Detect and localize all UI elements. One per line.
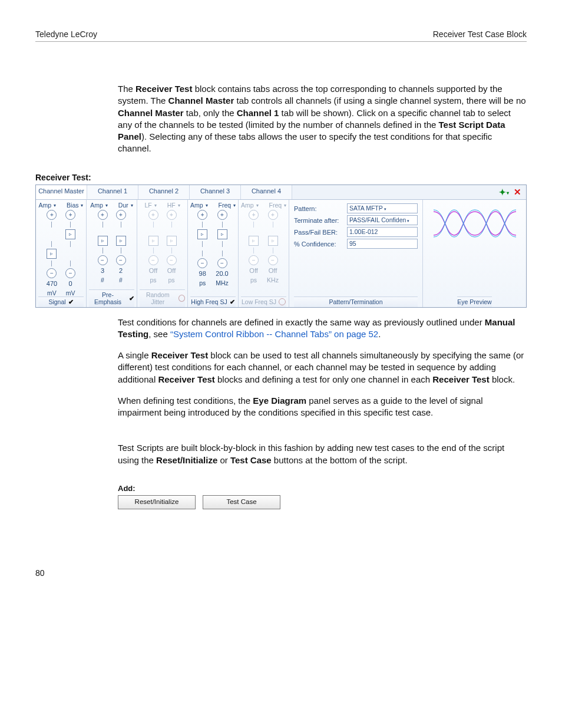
- increment-button[interactable]: +: [197, 210, 207, 220]
- tab-channel-master[interactable]: Channel Master: [36, 185, 87, 199]
- receiver-test-label: Receiver Test:: [35, 173, 527, 182]
- value-text: 470: [47, 280, 57, 288]
- check-icon: ✔: [68, 298, 74, 305]
- unit-text: KHz: [267, 276, 279, 284]
- link-channel-tabs[interactable]: “System Control Ribbon -- Channel Tabs” …: [170, 329, 378, 339]
- group-footer[interactable]: Eye Preview: [457, 297, 491, 307]
- decrement-button[interactable]: −: [197, 258, 207, 268]
- add-block: Add: Reset/Initialize Test Case: [118, 484, 527, 509]
- column-header[interactable]: Freq ▾: [269, 202, 287, 209]
- para-eye-diagram: When defining test conditions, the Eye D…: [118, 395, 527, 419]
- group-footer[interactable]: Pre-Emphasis✔: [89, 289, 134, 307]
- text-bold: Channel Master: [168, 95, 234, 106]
- text-bold: Receiver Test: [432, 374, 489, 384]
- group-footer[interactable]: Random Jitter: [140, 289, 185, 307]
- group-highfreqsj: Amp ▾Freq ▾+▹−98ps+▹−20.0MHzHigh Freq SJ…: [188, 200, 239, 307]
- para-all-channels: A single Receiver Test block can be used…: [118, 350, 527, 386]
- value-pattern[interactable]: SATA MFTP▾: [347, 203, 418, 213]
- increment-button[interactable]: +: [65, 210, 75, 220]
- unit-text: ps: [250, 276, 257, 284]
- step-button[interactable]: ▹: [47, 249, 57, 259]
- increment-button[interactable]: +: [98, 210, 108, 220]
- para-manual-testing: Test conditions for channels are defined…: [118, 317, 527, 341]
- parameter-groups: Amp ▾Bias ▾+▹−470mV+▹−0mVSignal✔Amp ▾Dur…: [36, 200, 526, 307]
- unit-text: #: [101, 276, 104, 284]
- text-bold: Test Script Data Panel: [118, 120, 505, 141]
- column-header[interactable]: Dur ▾: [118, 202, 133, 209]
- column-header[interactable]: LF ▾: [144, 202, 156, 209]
- value-ber[interactable]: 1.00E-012: [347, 227, 418, 237]
- unit-text: mV: [47, 289, 57, 297]
- step-button[interactable]: ▹: [98, 236, 108, 246]
- check-icon: ✔: [129, 295, 134, 302]
- ring-icon: [279, 298, 286, 305]
- decrement-button[interactable]: −: [47, 268, 57, 278]
- test-case-button[interactable]: Test Case: [203, 495, 280, 509]
- step-button[interactable]: ▹: [268, 236, 278, 246]
- increment-button[interactable]: +: [116, 210, 126, 220]
- group-eye-preview: Eye Preview: [423, 200, 526, 307]
- value-text: Off: [149, 267, 157, 275]
- step-button[interactable]: ▹: [148, 236, 158, 246]
- chevron-down-icon: ▾: [406, 219, 409, 223]
- decrement-button[interactable]: −: [98, 255, 108, 265]
- decrement-button[interactable]: −: [167, 255, 177, 265]
- column-header[interactable]: Amp ▾: [241, 202, 259, 209]
- step-button[interactable]: ▹: [197, 229, 207, 239]
- unit-text: MHz: [216, 279, 229, 286]
- channel-tabs: Channel Master Channel 1 Channel 2 Chann…: [36, 185, 526, 200]
- value-confidence[interactable]: 95: [347, 239, 418, 249]
- column-header[interactable]: Amp ▾: [39, 202, 57, 209]
- decrement-button[interactable]: −: [65, 268, 75, 278]
- tab-channel-2[interactable]: Channel 2: [138, 185, 190, 199]
- column-header[interactable]: Bias ▾: [67, 202, 83, 209]
- group-footer[interactable]: High Freq SJ✔: [190, 297, 236, 307]
- group-footer[interactable]: Low Freq SJ: [241, 297, 286, 307]
- tab-channel-4[interactable]: Channel 4: [241, 185, 292, 199]
- group-lowfreqsj: Amp ▾Freq ▾+▹−Offps+▹−OffKHzLow Freq SJ: [239, 200, 289, 307]
- chevron-down-icon: ▾: [383, 207, 386, 211]
- add-label: Add:: [118, 484, 527, 493]
- page-number: 80: [35, 568, 527, 578]
- text-bold: Reset/Initialize: [156, 455, 217, 465]
- step-button[interactable]: ▹: [249, 236, 259, 246]
- increment-button[interactable]: +: [268, 210, 278, 220]
- increment-button[interactable]: +: [249, 210, 259, 220]
- column-header[interactable]: Amp ▾: [90, 202, 108, 209]
- group-randomjitter: LF ▾HF ▾+▹−Offps+▹−OffpsRandom Jitter: [137, 200, 188, 307]
- column-header[interactable]: Freq ▾: [219, 202, 236, 209]
- step-button[interactable]: ▹: [167, 236, 177, 246]
- group-footer[interactable]: Signal✔: [38, 297, 84, 307]
- step-button[interactable]: ▹: [116, 236, 126, 246]
- group-signal: Amp ▾Bias ▾+▹−470mV+▹−0mVSignal✔: [36, 200, 87, 307]
- tab-channel-1[interactable]: Channel 1: [87, 185, 138, 199]
- column-header[interactable]: Amp ▾: [190, 202, 208, 209]
- group-footer[interactable]: Pattern/Termination: [294, 297, 418, 307]
- increment-button[interactable]: +: [167, 210, 177, 220]
- step-button[interactable]: ▹: [65, 229, 75, 239]
- close-icon[interactable]: ✕: [514, 187, 521, 197]
- value-text: 2: [119, 267, 123, 275]
- unit-text: mV: [66, 289, 75, 297]
- tab-channel-3[interactable]: Channel 3: [190, 185, 241, 199]
- decrement-button[interactable]: −: [249, 255, 259, 265]
- para-test-scripts: Test Scripts are built block-by-block in…: [118, 442, 527, 466]
- value-text: Off: [269, 267, 277, 275]
- value-terminate[interactable]: PASS/FAIL Confiden▾: [347, 215, 418, 225]
- value-text: Off: [167, 267, 176, 275]
- value-text: 98: [199, 270, 206, 278]
- decrement-button[interactable]: −: [116, 255, 126, 265]
- reset-initialize-button[interactable]: Reset/Initialize: [118, 495, 196, 509]
- increment-button[interactable]: +: [148, 210, 158, 220]
- column-header[interactable]: HF ▾: [167, 202, 180, 209]
- increment-button[interactable]: +: [217, 210, 227, 220]
- decrement-button[interactable]: −: [217, 258, 227, 268]
- signal-icon[interactable]: ✦▾: [499, 187, 509, 197]
- increment-button[interactable]: +: [47, 210, 57, 220]
- label-terminate: Terminate after:: [294, 217, 345, 224]
- decrement-button[interactable]: −: [268, 255, 278, 265]
- value-text: Off: [249, 267, 257, 275]
- text-bold: Test Case: [230, 455, 272, 465]
- decrement-button[interactable]: −: [148, 255, 158, 265]
- step-button[interactable]: ▹: [217, 229, 227, 239]
